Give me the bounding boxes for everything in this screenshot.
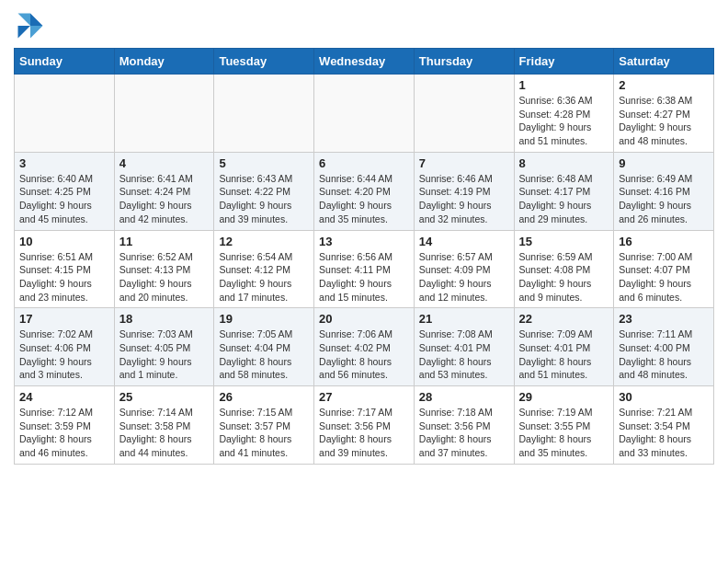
day-number: 21 [419, 312, 509, 326]
day-number: 7 [419, 156, 509, 170]
day-number: 9 [619, 156, 709, 170]
calendar-week-row: 1Sunrise: 6:36 AMSunset: 4:28 PMDaylight… [15, 75, 714, 153]
calendar-cell: 9Sunrise: 6:49 AMSunset: 4:16 PMDaylight… [614, 152, 714, 230]
day-number: 4 [119, 156, 210, 170]
calendar-cell: 20Sunrise: 7:06 AMSunset: 4:02 PMDayligh… [314, 308, 415, 386]
calendar-cell: 29Sunrise: 7:19 AMSunset: 3:55 PMDayligh… [514, 386, 614, 465]
day-info: Sunrise: 7:03 AMSunset: 4:05 PMDaylight:… [119, 327, 210, 382]
col-header-friday: Friday [514, 49, 614, 75]
logo [14, 9, 51, 42]
day-info: Sunrise: 6:43 AMSunset: 4:22 PMDaylight:… [219, 172, 309, 226]
day-info: Sunrise: 7:02 AMSunset: 4:06 PMDaylight:… [19, 327, 109, 382]
calendar-cell: 12Sunrise: 6:54 AMSunset: 4:12 PMDayligh… [214, 230, 314, 308]
day-number: 15 [519, 235, 609, 248]
calendar-cell: 25Sunrise: 7:14 AMSunset: 3:58 PMDayligh… [114, 386, 214, 465]
day-info: Sunrise: 6:44 AMSunset: 4:20 PMDaylight:… [319, 172, 409, 226]
calendar-cell: 24Sunrise: 7:12 AMSunset: 3:59 PMDayligh… [15, 386, 115, 465]
calendar-cell: 2Sunrise: 6:38 AMSunset: 4:27 PMDaylight… [614, 75, 714, 153]
col-header-wednesday: Wednesday [314, 49, 415, 75]
calendar-cell: 30Sunrise: 7:21 AMSunset: 3:54 PMDayligh… [614, 386, 714, 465]
day-info: Sunrise: 6:38 AMSunset: 4:27 PMDaylight:… [619, 94, 709, 148]
day-info: Sunrise: 6:54 AMSunset: 4:12 PMDaylight:… [219, 250, 309, 304]
svg-marker-2 [18, 14, 31, 27]
calendar-cell [114, 75, 214, 153]
day-info: Sunrise: 7:18 AMSunset: 3:56 PMDaylight:… [419, 406, 509, 460]
day-number: 25 [119, 390, 210, 404]
svg-marker-1 [30, 26, 43, 39]
calendar-cell [314, 75, 415, 153]
day-number: 1 [519, 78, 609, 92]
day-number: 2 [619, 78, 709, 92]
day-info: Sunrise: 6:36 AMSunset: 4:28 PMDaylight:… [519, 94, 609, 148]
calendar-cell: 14Sunrise: 6:57 AMSunset: 4:09 PMDayligh… [414, 230, 514, 308]
calendar-week-row: 3Sunrise: 6:40 AMSunset: 4:25 PMDaylight… [15, 152, 714, 230]
col-header-tuesday: Tuesday [214, 49, 314, 75]
svg-marker-0 [30, 14, 43, 27]
calendar-cell: 4Sunrise: 6:41 AMSunset: 4:24 PMDaylight… [114, 152, 214, 230]
day-number: 10 [19, 235, 109, 248]
calendar-cell: 15Sunrise: 6:59 AMSunset: 4:08 PMDayligh… [514, 230, 614, 308]
day-info: Sunrise: 7:17 AMSunset: 3:56 PMDaylight:… [319, 406, 409, 460]
day-info: Sunrise: 7:14 AMSunset: 3:58 PMDaylight:… [119, 406, 210, 460]
day-number: 26 [219, 390, 309, 404]
logo-icon [14, 9, 47, 42]
calendar-cell [214, 75, 314, 153]
day-info: Sunrise: 7:08 AMSunset: 4:01 PMDaylight:… [419, 327, 509, 382]
calendar-table: SundayMondayTuesdayWednesdayThursdayFrid… [14, 48, 714, 465]
calendar-cell: 23Sunrise: 7:11 AMSunset: 4:00 PMDayligh… [614, 308, 714, 386]
day-number: 19 [219, 312, 309, 326]
day-number: 27 [319, 390, 409, 404]
day-number: 30 [619, 390, 709, 404]
calendar-cell: 5Sunrise: 6:43 AMSunset: 4:22 PMDaylight… [214, 152, 314, 230]
day-number: 13 [319, 235, 409, 248]
day-number: 20 [319, 312, 409, 326]
col-header-sunday: Sunday [15, 49, 115, 75]
col-header-thursday: Thursday [414, 49, 514, 75]
calendar-cell: 27Sunrise: 7:17 AMSunset: 3:56 PMDayligh… [314, 386, 415, 465]
calendar-cell [414, 75, 514, 153]
day-number: 17 [19, 312, 109, 326]
calendar-week-row: 10Sunrise: 6:51 AMSunset: 4:15 PMDayligh… [15, 230, 714, 308]
calendar-cell: 16Sunrise: 7:00 AMSunset: 4:07 PMDayligh… [614, 230, 714, 308]
day-info: Sunrise: 6:46 AMSunset: 4:19 PMDaylight:… [419, 172, 509, 226]
day-info: Sunrise: 6:52 AMSunset: 4:13 PMDaylight:… [119, 250, 210, 304]
calendar-cell: 17Sunrise: 7:02 AMSunset: 4:06 PMDayligh… [15, 308, 115, 386]
day-info: Sunrise: 6:48 AMSunset: 4:17 PMDaylight:… [519, 172, 609, 226]
day-info: Sunrise: 6:40 AMSunset: 4:25 PMDaylight:… [19, 172, 109, 226]
day-info: Sunrise: 6:59 AMSunset: 4:08 PMDaylight:… [519, 250, 609, 304]
calendar-cell: 6Sunrise: 6:44 AMSunset: 4:20 PMDaylight… [314, 152, 415, 230]
day-info: Sunrise: 7:05 AMSunset: 4:04 PMDaylight:… [219, 327, 309, 382]
day-info: Sunrise: 6:41 AMSunset: 4:24 PMDaylight:… [119, 172, 210, 226]
calendar-cell: 3Sunrise: 6:40 AMSunset: 4:25 PMDaylight… [15, 152, 115, 230]
col-header-saturday: Saturday [614, 49, 714, 75]
day-info: Sunrise: 6:49 AMSunset: 4:16 PMDaylight:… [619, 172, 709, 226]
day-info: Sunrise: 7:11 AMSunset: 4:00 PMDaylight:… [619, 327, 709, 382]
calendar-header-row: SundayMondayTuesdayWednesdayThursdayFrid… [15, 49, 714, 75]
calendar-cell [15, 75, 115, 153]
day-info: Sunrise: 6:51 AMSunset: 4:15 PMDaylight:… [19, 250, 109, 304]
svg-marker-3 [18, 26, 31, 39]
day-number: 14 [419, 235, 509, 248]
day-number: 24 [19, 390, 109, 404]
day-info: Sunrise: 7:15 AMSunset: 3:57 PMDaylight:… [219, 406, 309, 460]
calendar-week-row: 17Sunrise: 7:02 AMSunset: 4:06 PMDayligh… [15, 308, 714, 386]
day-number: 28 [419, 390, 509, 404]
day-number: 18 [119, 312, 210, 326]
calendar-cell: 10Sunrise: 6:51 AMSunset: 4:15 PMDayligh… [15, 230, 115, 308]
calendar-cell: 26Sunrise: 7:15 AMSunset: 3:57 PMDayligh… [214, 386, 314, 465]
day-info: Sunrise: 7:12 AMSunset: 3:59 PMDaylight:… [19, 406, 109, 460]
calendar-cell: 22Sunrise: 7:09 AMSunset: 4:01 PMDayligh… [514, 308, 614, 386]
day-info: Sunrise: 7:19 AMSunset: 3:55 PMDaylight:… [519, 406, 609, 460]
day-number: 29 [519, 390, 609, 404]
calendar-cell: 18Sunrise: 7:03 AMSunset: 4:05 PMDayligh… [114, 308, 214, 386]
page-header [14, 9, 714, 42]
calendar-cell: 1Sunrise: 6:36 AMSunset: 4:28 PMDaylight… [514, 75, 614, 153]
day-number: 22 [519, 312, 609, 326]
day-number: 5 [219, 156, 309, 170]
day-info: Sunrise: 6:56 AMSunset: 4:11 PMDaylight:… [319, 250, 409, 304]
calendar-cell: 21Sunrise: 7:08 AMSunset: 4:01 PMDayligh… [414, 308, 514, 386]
day-info: Sunrise: 6:57 AMSunset: 4:09 PMDaylight:… [419, 250, 509, 304]
day-number: 23 [619, 312, 709, 326]
day-info: Sunrise: 7:09 AMSunset: 4:01 PMDaylight:… [519, 327, 609, 382]
day-number: 11 [119, 235, 210, 248]
